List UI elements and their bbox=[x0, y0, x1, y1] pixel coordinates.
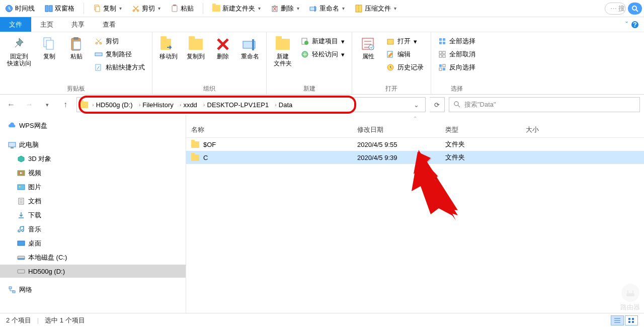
breadcrumb[interactable]: ›DESKTOP-LPV1EP1 bbox=[201, 100, 271, 110]
sidebar-item-this-pc[interactable]: 此电脑 bbox=[0, 138, 186, 152]
sidebar-item-drive-d[interactable]: HD500g (D:) bbox=[0, 265, 186, 278]
search-icon bbox=[453, 101, 461, 109]
breadcrumb[interactable]: ›xxdd bbox=[178, 100, 199, 110]
svg-rect-7 bbox=[172, 6, 177, 12]
timeline-button[interactable]: 时间线 bbox=[2, 3, 38, 14]
sidebar-item-downloads[interactable]: 下载 bbox=[0, 208, 186, 222]
folder-icon bbox=[189, 39, 203, 50]
ribbon-delete-button[interactable]: 删除 bbox=[211, 34, 235, 62]
refresh-button[interactable]: ⟳ bbox=[430, 97, 445, 112]
svg-rect-41 bbox=[439, 55, 442, 57]
status-selected: 选中 1 个项目 bbox=[45, 316, 85, 325]
invert-selection-button[interactable]: 反向选择 bbox=[435, 61, 478, 73]
table-row[interactable]: C 2020/4/5 9:39 文件夹 bbox=[186, 151, 644, 164]
sidebar-item-music[interactable]: 音乐 bbox=[0, 222, 186, 236]
pin-quick-access-button[interactable]: 固定到 快速访问 bbox=[4, 34, 34, 69]
rename-button[interactable]: 重命名▾ bbox=[306, 3, 348, 14]
tab-file[interactable]: 文件 bbox=[0, 17, 31, 32]
history-button[interactable]: 历史记录 bbox=[383, 61, 427, 73]
compress-button[interactable]: 压缩文件▾ bbox=[352, 3, 399, 14]
dual-pane-button[interactable]: 双窗格 bbox=[42, 3, 77, 14]
open-button[interactable]: 打开 ▾ bbox=[383, 35, 427, 47]
group-label-new: 新建 bbox=[271, 84, 348, 93]
col-name[interactable]: 名称 bbox=[186, 125, 352, 134]
sidebar-item-wps[interactable]: WPS网盘 bbox=[0, 119, 186, 133]
svg-rect-17 bbox=[46, 40, 53, 49]
sidebar-item-videos[interactable]: 视频 bbox=[0, 166, 186, 180]
help-icon[interactable]: ? bbox=[631, 21, 639, 29]
select-none-button[interactable]: 全部取消 bbox=[435, 48, 478, 60]
path-icon bbox=[95, 50, 103, 58]
svg-rect-24 bbox=[96, 64, 101, 70]
address-row: ← → ▾ ↑ ›HD500g (D:) ›FileHistory ›xxdd … bbox=[0, 95, 644, 115]
easy-access-button[interactable]: 轻松访问 ▾ bbox=[298, 48, 348, 60]
grid-icon bbox=[628, 317, 635, 323]
ribbon-rename-button[interactable]: 重命名 bbox=[238, 34, 262, 62]
svg-rect-38 bbox=[443, 42, 445, 44]
top-search-input[interactable]: ⋯ 搜 bbox=[605, 3, 626, 15]
properties-button[interactable]: 属性 bbox=[356, 34, 380, 62]
cube-icon bbox=[17, 155, 25, 163]
col-type[interactable]: 类型 bbox=[440, 125, 521, 134]
copy-path-button[interactable]: 复制路径 bbox=[92, 48, 148, 60]
delete-button[interactable]: 删除▾ bbox=[268, 3, 302, 14]
paste-button[interactable]: 粘贴 bbox=[168, 3, 197, 14]
ribbon-cut-button[interactable]: 剪切 bbox=[92, 35, 148, 47]
pc-icon bbox=[8, 141, 16, 149]
copy-icon bbox=[41, 36, 57, 52]
clipboard-icon bbox=[171, 5, 179, 13]
tab-home[interactable]: 主页 bbox=[31, 17, 62, 32]
arrow-icon bbox=[166, 44, 172, 51]
nav-recent-button[interactable]: ▾ bbox=[40, 98, 54, 112]
svg-rect-39 bbox=[439, 51, 442, 54]
folder-icon bbox=[212, 5, 220, 12]
nav-up-button[interactable]: ↑ bbox=[58, 98, 72, 112]
new-folder-button[interactable]: 新建文件夹▾ bbox=[209, 3, 264, 14]
cut-button[interactable]: 剪切▾ bbox=[129, 3, 164, 14]
address-history-dropdown[interactable]: ⌄ bbox=[411, 101, 422, 109]
top-search-button[interactable] bbox=[628, 3, 642, 15]
edit-button[interactable]: 编辑 bbox=[383, 48, 427, 60]
tab-view[interactable]: 查看 bbox=[94, 17, 125, 32]
tab-share[interactable]: 共享 bbox=[62, 17, 94, 32]
svg-rect-57 bbox=[18, 270, 25, 273]
svg-rect-36 bbox=[443, 38, 445, 41]
svg-rect-65 bbox=[628, 321, 630, 323]
nav-forward-button[interactable]: → bbox=[22, 98, 36, 112]
search-input[interactable]: 搜索"Data" bbox=[449, 97, 640, 112]
ribbon-paste-button[interactable]: 粘贴 bbox=[64, 34, 89, 62]
sidebar-item-3d[interactable]: 3D 对象 bbox=[0, 152, 186, 166]
copy-button[interactable]: 复制▾ bbox=[90, 3, 125, 14]
breadcrumb[interactable]: ›Data bbox=[273, 100, 294, 110]
paste-icon bbox=[68, 36, 85, 52]
sidebar-item-drive-c[interactable]: 本地磁盘 (C:) bbox=[0, 251, 186, 265]
paste-shortcut-button[interactable]: 粘贴快捷方式 bbox=[92, 61, 148, 73]
sidebar-item-network[interactable]: 网络 bbox=[0, 283, 186, 297]
sidebar-item-documents[interactable]: 文档 bbox=[0, 194, 186, 208]
address-bar[interactable]: ›HD500g (D:) ›FileHistory ›xxdd ›DESKTOP… bbox=[76, 97, 426, 112]
sidebar-item-desktop[interactable]: 桌面 bbox=[0, 236, 186, 251]
new-item-button[interactable]: 新建项目 ▾ bbox=[298, 35, 348, 47]
table-row[interactable]: $OF 2020/4/5 9:55 文件夹 bbox=[186, 138, 644, 151]
select-all-button[interactable]: 全部选择 bbox=[435, 35, 478, 47]
col-size[interactable]: 大小 bbox=[521, 125, 581, 134]
nav-back-button[interactable]: ← bbox=[4, 98, 18, 112]
invert-icon bbox=[438, 63, 446, 71]
file-list: ⌃ 名称 修改日期 类型 大小 $OF 2020/4/5 9:55 文件夹 C … bbox=[186, 115, 644, 313]
copy-to-button[interactable]: 复制到 bbox=[184, 34, 208, 62]
edit-icon bbox=[386, 50, 394, 58]
breadcrumb[interactable]: ›FileHistory bbox=[137, 100, 176, 110]
move-to-button[interactable]: 移动到 bbox=[156, 34, 181, 62]
router-icon bbox=[625, 287, 636, 298]
ribbon-copy-button[interactable]: 复制 bbox=[37, 34, 61, 62]
view-icons-button[interactable] bbox=[625, 315, 638, 325]
view-details-button[interactable] bbox=[611, 315, 624, 325]
col-date[interactable]: 修改日期 bbox=[352, 125, 440, 134]
sidebar-item-pictures[interactable]: 图片 bbox=[0, 180, 186, 194]
svg-rect-59 bbox=[13, 291, 15, 293]
main-area: WPS网盘 此电脑 3D 对象 视频 图片 文档 下载 音乐 桌面 本地磁盘 (… bbox=[0, 115, 644, 313]
breadcrumb[interactable]: ›HD500g (D:) bbox=[90, 100, 135, 110]
ribbon-new-folder-button[interactable]: 新建 文件夹 bbox=[271, 34, 295, 69]
collapse-ribbon-icon[interactable]: ˇ bbox=[625, 21, 628, 29]
group-label-organize: 组织 bbox=[156, 84, 262, 93]
